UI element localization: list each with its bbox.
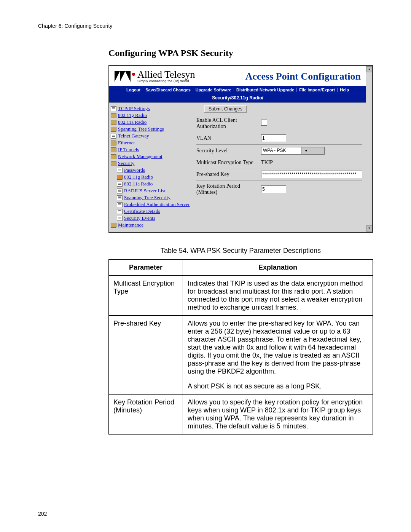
- nav-item[interactable]: Maintenance: [111, 222, 191, 228]
- page-number: 202: [38, 511, 47, 517]
- nav-item[interactable]: Passwords: [111, 167, 191, 174]
- scrollbar[interactable]: ▴ ▾: [366, 66, 372, 232]
- nav-item-label[interactable]: TCP/IP Settings: [118, 105, 150, 112]
- nav-item[interactable]: Spanning Tree Security: [111, 194, 191, 201]
- nav-item[interactable]: Certificate Details: [111, 208, 191, 215]
- brand-name: Allied Telesyn Simply connecting the (IP…: [137, 70, 195, 83]
- nav-item[interactable]: Security Events: [111, 215, 191, 222]
- nav-item[interactable]: Network Management: [111, 153, 191, 160]
- nav-item-label[interactable]: Spanning Tree Security: [124, 194, 170, 201]
- nav-item-label[interactable]: Network Management: [118, 153, 162, 160]
- label-psk: Pre-shared Key: [196, 171, 261, 177]
- label-acl: Enable ACL Client Authorization: [196, 117, 261, 129]
- cell-expl: Indicates that TKIP is used as the data …: [183, 276, 373, 316]
- cell-expl: Allows you to enter the pre-shared key f…: [183, 316, 373, 395]
- nav-item-label[interactable]: Security Events: [124, 215, 155, 222]
- menu-dist-upgrade[interactable]: Distributed Network Upgrade: [234, 88, 297, 92]
- section-title: Configuring WPA PSK Security: [108, 48, 373, 58]
- select-security-level-value: WPA - PSK: [261, 147, 301, 154]
- folder-icon: [111, 113, 116, 118]
- breadcrumb: Security/802.11g Radio/: [109, 94, 366, 102]
- cell-expl-p1: Allows you to enter the pre-shared key f…: [188, 320, 362, 375]
- page-icon: [117, 168, 123, 173]
- label-rotation: Key Rotation Period (Minutes): [196, 183, 261, 195]
- table-header-row: Parameter Explanation: [109, 260, 373, 276]
- banner: Allied Telesyn Simply connecting the (IP…: [109, 66, 366, 86]
- folder-icon: [111, 141, 116, 145]
- col-explanation: Explanation: [183, 260, 373, 276]
- table-row: Pre-shared Key Allows you to enter the p…: [109, 316, 373, 395]
- page-icon: [117, 175, 123, 180]
- menu-upgrade[interactable]: Upgrade Software: [193, 88, 234, 92]
- input-vlan[interactable]: [261, 134, 286, 142]
- nav-item-label[interactable]: Passwords: [124, 167, 145, 174]
- nav-item-label[interactable]: 802.11g Radio: [118, 112, 147, 119]
- page-icon: [117, 195, 123, 200]
- folder-icon: [111, 154, 116, 159]
- input-rotation[interactable]: [261, 185, 286, 193]
- submit-changes-button[interactable]: Submit Changes: [204, 105, 247, 113]
- table-row: Key Rotation Period (Minutes) Allows you…: [109, 395, 373, 435]
- page-icon: [117, 182, 123, 187]
- chapter-header: Chapter 6: Configuring Security: [38, 23, 373, 29]
- nav-item[interactable]: 802.11g Radio: [111, 112, 191, 119]
- row-security-level: Security Level WPA - PSK ▼: [196, 145, 362, 157]
- scroll-down-icon[interactable]: ▾: [366, 225, 372, 232]
- page-icon: [111, 106, 116, 111]
- table-caption: Table 54. WPA PSK Security Parameter Des…: [108, 247, 373, 255]
- nav-item[interactable]: Ethernet: [111, 139, 191, 146]
- nav-item[interactable]: Telnet Gateway: [111, 133, 191, 139]
- row-acl: Enable ACL Client Authorization: [196, 115, 362, 132]
- table-row: Multicast Encryption Type Indicates that…: [109, 276, 373, 316]
- menu-help[interactable]: Help: [338, 88, 351, 92]
- nav-item-label[interactable]: Ethernet: [118, 139, 135, 146]
- top-menu: Logout Save/Discard Changes Upgrade Soft…: [109, 86, 366, 94]
- value-multicast-enc: TKIP: [261, 160, 362, 166]
- nav-item[interactable]: 802.11a Radio: [111, 119, 191, 126]
- nav-item[interactable]: 802.11a Radio: [111, 181, 191, 187]
- row-psk: Pre-shared Key: [196, 168, 362, 181]
- row-rotation: Key Rotation Period (Minutes): [196, 181, 362, 198]
- param-table: Parameter Explanation Multicast Encrypti…: [108, 259, 373, 435]
- input-psk[interactable]: [261, 171, 362, 178]
- nav-item-label[interactable]: Certificate Details: [124, 208, 160, 215]
- folder-icon: [111, 161, 116, 166]
- row-vlan: VLAN: [196, 132, 362, 145]
- nav-item-label[interactable]: Security: [118, 160, 134, 167]
- side-nav: TCP/IP Settings802.11g Radio802.11a Radi…: [109, 103, 193, 232]
- form-panel: Submit Changes Enable ACL Client Authori…: [193, 103, 366, 232]
- config-screenshot: ▴ ▾ Allied Telesyn Simply connecting the…: [108, 65, 373, 233]
- select-security-level[interactable]: WPA - PSK ▼: [261, 147, 325, 155]
- nav-item-label[interactable]: Spanning Tree Settings: [118, 126, 164, 133]
- app-title: Access Point Configuration: [245, 71, 361, 82]
- nav-item-label[interactable]: 802.11g Radio: [124, 174, 153, 181]
- page-icon: [117, 202, 123, 207]
- menu-import-export[interactable]: File Import/Export: [297, 88, 338, 92]
- brand-logo-icon: [115, 71, 132, 82]
- col-parameter: Parameter: [109, 260, 183, 276]
- chevron-down-icon: ▼: [301, 147, 324, 154]
- nav-item[interactable]: RADIUS Server List: [111, 187, 191, 194]
- nav-item[interactable]: Security: [111, 160, 191, 167]
- nav-item-label[interactable]: Embedded Authentication Server: [124, 201, 190, 208]
- nav-item[interactable]: Embedded Authentication Server: [111, 201, 191, 208]
- nav-item[interactable]: TCP/IP Settings: [111, 105, 191, 112]
- nav-item[interactable]: 802.11g Radio: [111, 174, 191, 181]
- nav-item[interactable]: IP Tunnels: [111, 146, 191, 153]
- menu-logout[interactable]: Logout: [124, 88, 143, 92]
- nav-item-label[interactable]: IP Tunnels: [118, 146, 139, 153]
- nav-item-label[interactable]: Telnet Gateway: [118, 133, 149, 139]
- nav-item-label[interactable]: RADIUS Server List: [124, 187, 166, 194]
- scroll-up-icon[interactable]: ▴: [366, 66, 372, 72]
- label-vlan: VLAN: [196, 135, 261, 141]
- checkbox-acl[interactable]: [261, 120, 267, 126]
- page-icon: [117, 189, 123, 193]
- cell-param: Multicast Encryption Type: [109, 276, 183, 316]
- brand-tagline: Simply connecting the (IP) world: [137, 80, 195, 83]
- nav-item-label[interactable]: 802.11a Radio: [124, 181, 153, 187]
- nav-item-label[interactable]: Maintenance: [118, 222, 143, 228]
- menu-save-discard[interactable]: Save/Discard Changes: [143, 88, 193, 92]
- nav-item[interactable]: Spanning Tree Settings: [111, 126, 191, 133]
- nav-item-label[interactable]: 802.11a Radio: [118, 119, 147, 126]
- cell-expl-p2: A short PSK is not as secure as a long P…: [188, 382, 322, 390]
